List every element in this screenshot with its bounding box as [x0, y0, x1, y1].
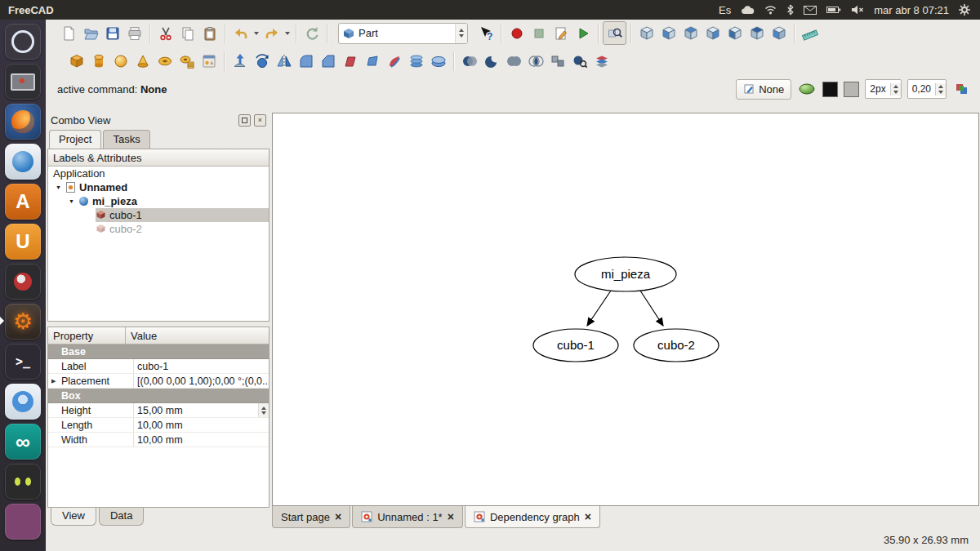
part-extrude-button[interactable]	[229, 50, 251, 72]
measure-distance-button[interactable]	[799, 22, 821, 44]
system-tools-icon[interactable]	[5, 264, 41, 300]
expander-icon[interactable]: ▶	[51, 378, 56, 384]
paste-button[interactable]	[198, 22, 220, 44]
tab-dependency-graph[interactable]: Dependency graph ×	[465, 506, 600, 528]
terminal-icon[interactable]: >_	[5, 344, 41, 380]
part-cut-button[interactable]	[480, 50, 502, 72]
part-intersection-button[interactable]	[524, 50, 546, 72]
view-axonometric-button[interactable]	[635, 22, 657, 44]
workbench-selector[interactable]: Part	[338, 23, 468, 44]
part-shape-builder-button[interactable]	[176, 50, 198, 72]
copy-button[interactable]	[176, 22, 198, 44]
wifi-icon[interactable]	[764, 5, 777, 15]
part-compound-button[interactable]	[546, 50, 568, 72]
session-gear-icon[interactable]	[959, 4, 970, 16]
print-button[interactable]	[123, 22, 145, 44]
property-value[interactable]: [(0,00 0,00 1,00);0,00 °;(0,0...	[134, 374, 269, 388]
search-model-button[interactable]	[603, 21, 626, 45]
part-box-button[interactable]	[65, 50, 87, 72]
volume-muted-icon[interactable]	[851, 5, 864, 15]
tab-project[interactable]: Project	[49, 130, 101, 149]
property-group-base[interactable]: Base	[48, 344, 269, 359]
part-revolve-button[interactable]	[251, 50, 273, 72]
new-file-button[interactable]	[57, 22, 79, 44]
refresh-button[interactable]	[301, 22, 323, 44]
close-icon[interactable]: ×	[448, 511, 454, 522]
dock-close-button[interactable]: ×	[254, 114, 266, 127]
part-cross-sections-button[interactable]	[405, 50, 427, 72]
expander-icon[interactable]: ▼	[55, 184, 62, 190]
part-fillet-button[interactable]	[295, 50, 317, 72]
part-offset-button[interactable]	[427, 50, 449, 72]
dash-home-icon[interactable]	[5, 24, 41, 60]
property-row-placement[interactable]: ▶Placement [(0,00 0,00 1,00);0,00 °;(0,0…	[48, 374, 269, 389]
appearance-button[interactable]	[797, 79, 817, 99]
bluetooth-icon[interactable]	[786, 4, 794, 16]
chromium-icon[interactable]	[5, 384, 41, 420]
dependency-graph-view[interactable]: mi_pieza cubo-1 cubo-2	[272, 113, 979, 506]
view-rear-button[interactable]	[724, 22, 746, 44]
screenshot-tool-icon[interactable]	[5, 64, 41, 100]
tab-unnamed-document[interactable]: Unnamed : 1* ×	[352, 506, 463, 528]
line-width-arrows[interactable]	[890, 83, 901, 96]
selected-row-highlight[interactable]: cubo-1	[96, 208, 269, 222]
draw-style-button[interactable]: None	[736, 79, 791, 100]
part-refine-shape-button[interactable]	[590, 50, 612, 72]
save-button[interactable]	[101, 22, 123, 44]
tab-start-page[interactable]: Start page ×	[272, 506, 350, 528]
part-union-button[interactable]	[502, 50, 524, 72]
expander-icon[interactable]: ▼	[68, 198, 75, 204]
part-cylinder-button[interactable]	[87, 50, 109, 72]
tab-view[interactable]: View	[51, 508, 96, 526]
tab-data[interactable]: Data	[99, 508, 144, 526]
view-right-button[interactable]	[702, 22, 724, 44]
arduino-ide-icon[interactable]: A	[5, 184, 41, 220]
line-color-swatch[interactable]	[822, 82, 838, 97]
tab-tasks[interactable]: Tasks	[103, 130, 149, 149]
part-sphere-button[interactable]	[109, 50, 131, 72]
redo-button[interactable]	[261, 22, 283, 44]
whats-this-button[interactable]: ?	[474, 22, 497, 44]
macro-play-button[interactable]	[572, 22, 594, 44]
part-ruled-surface-button[interactable]	[339, 50, 361, 72]
cut-button[interactable]	[154, 22, 176, 44]
close-icon[interactable]: ×	[335, 511, 341, 522]
view-left-button[interactable]	[768, 22, 790, 44]
macro-record-button[interactable]	[506, 22, 528, 44]
part-primitives-button[interactable]	[198, 50, 220, 72]
dock-title-bar[interactable]: Combo View ×	[47, 113, 270, 127]
undo-dropdown-button[interactable]	[252, 22, 261, 44]
firefox-icon[interactable]	[5, 104, 41, 140]
close-icon[interactable]: ×	[585, 511, 591, 522]
ubuntu-software-icon[interactable]: U	[5, 224, 41, 260]
property-row-label[interactable]: Label cubo-1	[48, 359, 269, 374]
view-bottom-button[interactable]	[746, 22, 768, 44]
property-row-length[interactable]: Length 10,00 mm	[48, 418, 269, 433]
freecad-launcher-icon[interactable]: ⚙	[5, 304, 41, 340]
game-app-icon[interactable]	[5, 464, 41, 500]
value-spinner[interactable]	[258, 403, 269, 417]
view-front-button[interactable]	[657, 22, 679, 44]
tree-item-unnamed[interactable]: ▼ Unnamed	[48, 180, 269, 194]
property-value[interactable]: 10,00 mm	[134, 418, 269, 432]
line-width-spinbox[interactable]: 2px	[865, 79, 901, 99]
workspace-app-icon[interactable]	[5, 504, 41, 540]
point-size-spinbox[interactable]: 0,20	[907, 79, 947, 99]
property-value[interactable]: 15,00 mm	[134, 403, 269, 417]
clock[interactable]: mar abr 8 07:21	[874, 4, 949, 16]
infinity-app-icon[interactable]: ∞	[5, 424, 41, 460]
part-torus-button[interactable]	[154, 50, 176, 72]
part-cone-button[interactable]	[131, 50, 154, 72]
macro-stop-button[interactable]	[528, 22, 550, 44]
open-file-button[interactable]	[79, 22, 101, 44]
part-mirror-button[interactable]	[273, 50, 295, 72]
property-value[interactable]: cubo-1	[134, 359, 269, 373]
dock-float-button[interactable]	[238, 114, 251, 127]
part-sweep-button[interactable]	[383, 50, 405, 72]
column-property[interactable]: Property	[48, 327, 126, 344]
macro-edit-button[interactable]	[550, 22, 572, 44]
part-check-geometry-button[interactable]	[568, 50, 590, 72]
part-loft-button[interactable]	[361, 50, 383, 72]
tree-root-application[interactable]: Application	[48, 167, 269, 180]
workbench-spin[interactable]	[455, 24, 467, 43]
